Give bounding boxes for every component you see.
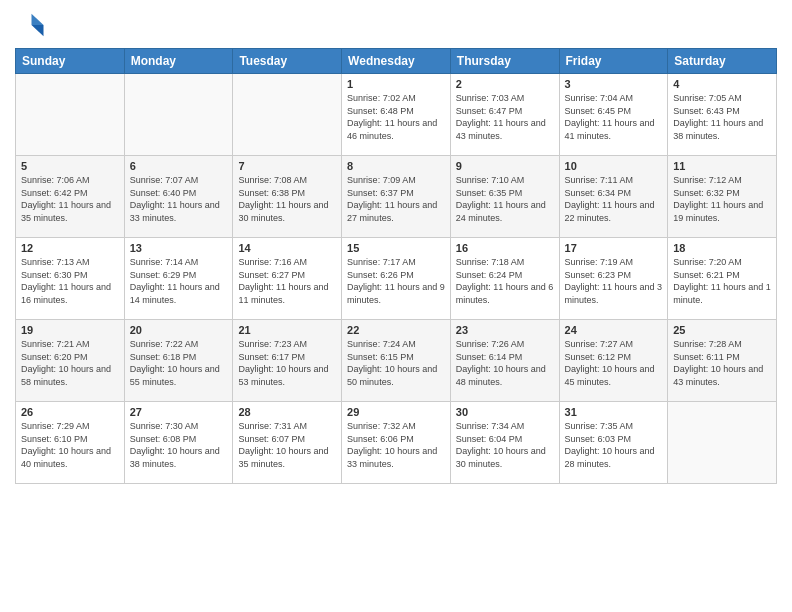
day-number: 23	[456, 324, 554, 336]
day-info: Sunrise: 7:24 AM Sunset: 6:15 PM Dayligh…	[347, 338, 445, 388]
calendar-day-cell: 4Sunrise: 7:05 AM Sunset: 6:43 PM Daylig…	[668, 74, 777, 156]
calendar-day-cell: 6Sunrise: 7:07 AM Sunset: 6:40 PM Daylig…	[124, 156, 233, 238]
calendar-day-cell: 14Sunrise: 7:16 AM Sunset: 6:27 PM Dayli…	[233, 238, 342, 320]
calendar-day-cell	[668, 402, 777, 484]
day-number: 21	[238, 324, 336, 336]
day-number: 25	[673, 324, 771, 336]
calendar-day-cell: 23Sunrise: 7:26 AM Sunset: 6:14 PM Dayli…	[450, 320, 559, 402]
day-info: Sunrise: 7:19 AM Sunset: 6:23 PM Dayligh…	[565, 256, 663, 306]
day-number: 6	[130, 160, 228, 172]
day-info: Sunrise: 7:11 AM Sunset: 6:34 PM Dayligh…	[565, 174, 663, 224]
day-info: Sunrise: 7:18 AM Sunset: 6:24 PM Dayligh…	[456, 256, 554, 306]
calendar-day-cell: 31Sunrise: 7:35 AM Sunset: 6:03 PM Dayli…	[559, 402, 668, 484]
calendar-header-row: SundayMondayTuesdayWednesdayThursdayFrid…	[16, 49, 777, 74]
calendar-day-cell: 11Sunrise: 7:12 AM Sunset: 6:32 PM Dayli…	[668, 156, 777, 238]
day-info: Sunrise: 7:23 AM Sunset: 6:17 PM Dayligh…	[238, 338, 336, 388]
day-number: 18	[673, 242, 771, 254]
day-info: Sunrise: 7:26 AM Sunset: 6:14 PM Dayligh…	[456, 338, 554, 388]
day-info: Sunrise: 7:12 AM Sunset: 6:32 PM Dayligh…	[673, 174, 771, 224]
page-container: SundayMondayTuesdayWednesdayThursdayFrid…	[0, 0, 792, 612]
calendar-day-cell: 10Sunrise: 7:11 AM Sunset: 6:34 PM Dayli…	[559, 156, 668, 238]
day-info: Sunrise: 7:03 AM Sunset: 6:47 PM Dayligh…	[456, 92, 554, 142]
calendar-day-cell: 7Sunrise: 7:08 AM Sunset: 6:38 PM Daylig…	[233, 156, 342, 238]
day-info: Sunrise: 7:14 AM Sunset: 6:29 PM Dayligh…	[130, 256, 228, 306]
calendar-day-header: Saturday	[668, 49, 777, 74]
day-number: 19	[21, 324, 119, 336]
logo	[15, 10, 49, 40]
day-number: 26	[21, 406, 119, 418]
day-info: Sunrise: 7:10 AM Sunset: 6:35 PM Dayligh…	[456, 174, 554, 224]
day-info: Sunrise: 7:07 AM Sunset: 6:40 PM Dayligh…	[130, 174, 228, 224]
day-info: Sunrise: 7:27 AM Sunset: 6:12 PM Dayligh…	[565, 338, 663, 388]
calendar-week-row: 19Sunrise: 7:21 AM Sunset: 6:20 PM Dayli…	[16, 320, 777, 402]
day-number: 24	[565, 324, 663, 336]
day-number: 13	[130, 242, 228, 254]
calendar-day-cell	[124, 74, 233, 156]
day-number: 2	[456, 78, 554, 90]
day-number: 14	[238, 242, 336, 254]
day-info: Sunrise: 7:22 AM Sunset: 6:18 PM Dayligh…	[130, 338, 228, 388]
page-header	[15, 10, 777, 40]
calendar-week-row: 5Sunrise: 7:06 AM Sunset: 6:42 PM Daylig…	[16, 156, 777, 238]
calendar-day-cell: 16Sunrise: 7:18 AM Sunset: 6:24 PM Dayli…	[450, 238, 559, 320]
day-number: 20	[130, 324, 228, 336]
calendar-day-cell	[233, 74, 342, 156]
calendar-week-row: 12Sunrise: 7:13 AM Sunset: 6:30 PM Dayli…	[16, 238, 777, 320]
svg-marker-0	[32, 14, 44, 25]
calendar-day-cell: 20Sunrise: 7:22 AM Sunset: 6:18 PM Dayli…	[124, 320, 233, 402]
day-info: Sunrise: 7:06 AM Sunset: 6:42 PM Dayligh…	[21, 174, 119, 224]
day-number: 4	[673, 78, 771, 90]
day-number: 7	[238, 160, 336, 172]
calendar-week-row: 26Sunrise: 7:29 AM Sunset: 6:10 PM Dayli…	[16, 402, 777, 484]
calendar-day-cell: 2Sunrise: 7:03 AM Sunset: 6:47 PM Daylig…	[450, 74, 559, 156]
day-info: Sunrise: 7:09 AM Sunset: 6:37 PM Dayligh…	[347, 174, 445, 224]
day-number: 28	[238, 406, 336, 418]
calendar-day-header: Monday	[124, 49, 233, 74]
calendar-day-cell: 28Sunrise: 7:31 AM Sunset: 6:07 PM Dayli…	[233, 402, 342, 484]
day-info: Sunrise: 7:29 AM Sunset: 6:10 PM Dayligh…	[21, 420, 119, 470]
calendar-day-cell: 26Sunrise: 7:29 AM Sunset: 6:10 PM Dayli…	[16, 402, 125, 484]
day-number: 15	[347, 242, 445, 254]
calendar-day-cell: 30Sunrise: 7:34 AM Sunset: 6:04 PM Dayli…	[450, 402, 559, 484]
day-number: 16	[456, 242, 554, 254]
day-number: 5	[21, 160, 119, 172]
calendar-day-header: Friday	[559, 49, 668, 74]
day-number: 9	[456, 160, 554, 172]
day-info: Sunrise: 7:04 AM Sunset: 6:45 PM Dayligh…	[565, 92, 663, 142]
day-number: 1	[347, 78, 445, 90]
day-number: 29	[347, 406, 445, 418]
day-number: 31	[565, 406, 663, 418]
calendar-day-cell: 15Sunrise: 7:17 AM Sunset: 6:26 PM Dayli…	[342, 238, 451, 320]
day-info: Sunrise: 7:05 AM Sunset: 6:43 PM Dayligh…	[673, 92, 771, 142]
calendar-day-cell: 24Sunrise: 7:27 AM Sunset: 6:12 PM Dayli…	[559, 320, 668, 402]
day-info: Sunrise: 7:31 AM Sunset: 6:07 PM Dayligh…	[238, 420, 336, 470]
day-info: Sunrise: 7:02 AM Sunset: 6:48 PM Dayligh…	[347, 92, 445, 142]
calendar-day-header: Wednesday	[342, 49, 451, 74]
calendar-day-cell: 3Sunrise: 7:04 AM Sunset: 6:45 PM Daylig…	[559, 74, 668, 156]
day-info: Sunrise: 7:20 AM Sunset: 6:21 PM Dayligh…	[673, 256, 771, 306]
calendar-day-cell: 1Sunrise: 7:02 AM Sunset: 6:48 PM Daylig…	[342, 74, 451, 156]
calendar-table: SundayMondayTuesdayWednesdayThursdayFrid…	[15, 48, 777, 484]
day-number: 11	[673, 160, 771, 172]
svg-marker-1	[32, 25, 44, 36]
day-info: Sunrise: 7:08 AM Sunset: 6:38 PM Dayligh…	[238, 174, 336, 224]
day-info: Sunrise: 7:13 AM Sunset: 6:30 PM Dayligh…	[21, 256, 119, 306]
day-number: 27	[130, 406, 228, 418]
calendar-day-cell: 17Sunrise: 7:19 AM Sunset: 6:23 PM Dayli…	[559, 238, 668, 320]
day-info: Sunrise: 7:32 AM Sunset: 6:06 PM Dayligh…	[347, 420, 445, 470]
calendar-day-cell: 25Sunrise: 7:28 AM Sunset: 6:11 PM Dayli…	[668, 320, 777, 402]
calendar-week-row: 1Sunrise: 7:02 AM Sunset: 6:48 PM Daylig…	[16, 74, 777, 156]
calendar-day-cell: 12Sunrise: 7:13 AM Sunset: 6:30 PM Dayli…	[16, 238, 125, 320]
day-info: Sunrise: 7:34 AM Sunset: 6:04 PM Dayligh…	[456, 420, 554, 470]
day-info: Sunrise: 7:28 AM Sunset: 6:11 PM Dayligh…	[673, 338, 771, 388]
calendar-day-header: Sunday	[16, 49, 125, 74]
day-info: Sunrise: 7:17 AM Sunset: 6:26 PM Dayligh…	[347, 256, 445, 306]
day-info: Sunrise: 7:21 AM Sunset: 6:20 PM Dayligh…	[21, 338, 119, 388]
day-info: Sunrise: 7:35 AM Sunset: 6:03 PM Dayligh…	[565, 420, 663, 470]
day-number: 22	[347, 324, 445, 336]
day-number: 10	[565, 160, 663, 172]
calendar-day-cell: 9Sunrise: 7:10 AM Sunset: 6:35 PM Daylig…	[450, 156, 559, 238]
calendar-day-header: Tuesday	[233, 49, 342, 74]
calendar-day-header: Thursday	[450, 49, 559, 74]
calendar-day-cell: 5Sunrise: 7:06 AM Sunset: 6:42 PM Daylig…	[16, 156, 125, 238]
